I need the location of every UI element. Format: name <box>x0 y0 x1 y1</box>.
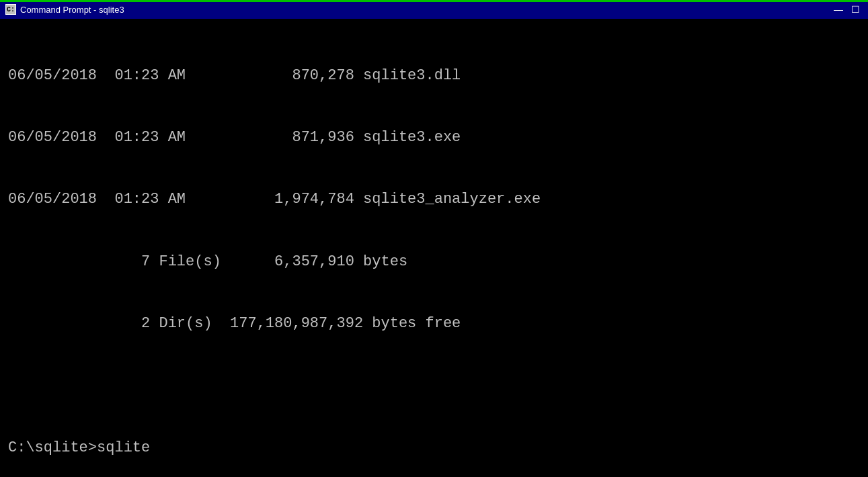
app-icon-text: C: <box>7 6 15 13</box>
maximize-button[interactable]: ☐ <box>849 4 863 15</box>
console-line-1: 06/05/2018 01:23 AM 870,278 sqlite3.dll <box>8 66 860 87</box>
window-title: Command Prompt - sqlite3 <box>20 5 124 15</box>
minimize-button[interactable]: — <box>831 4 846 15</box>
console-output: 06/05/2018 01:23 AM 870,278 sqlite3.dll … <box>0 19 868 477</box>
window-controls: — ☐ <box>831 4 863 15</box>
console-line-5: 2 Dir(s) 177,180,987,392 bytes free <box>8 314 860 335</box>
console-blank-1 <box>8 376 860 397</box>
console-line-2: 06/05/2018 01:23 AM 871,936 sqlite3.exe <box>8 128 860 148</box>
title-bar-left: C: Command Prompt - sqlite3 <box>5 4 124 15</box>
console-line-7: C:\sqlite>sqlite <box>8 438 860 459</box>
title-bar: C: Command Prompt - sqlite3 — ☐ <box>0 0 868 19</box>
app-icon: C: <box>5 4 16 15</box>
console-line-3: 06/05/2018 01:23 AM 1,974,784 sqlite3_an… <box>8 189 860 210</box>
green-top-bar <box>0 0 868 2</box>
console-line-4: 7 File(s) 6,357,910 bytes <box>8 252 860 273</box>
